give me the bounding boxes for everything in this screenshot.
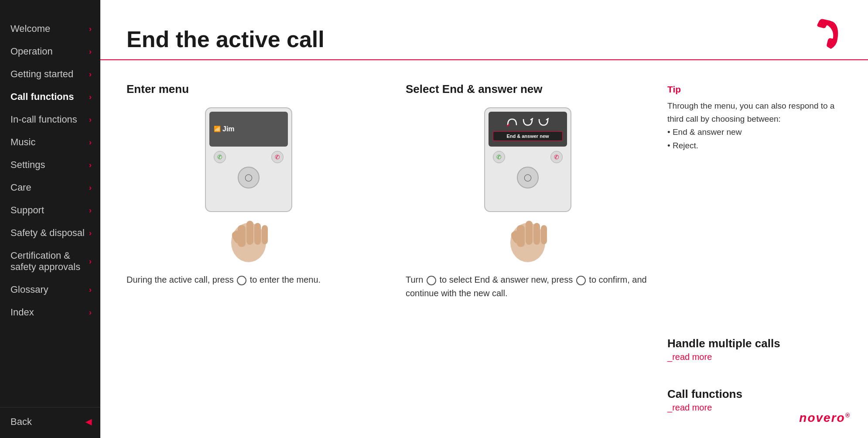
- sidebar-item-getting-started[interactable]: Getting started›: [0, 63, 100, 86]
- read-more-call-functions[interactable]: read more: [667, 403, 712, 412]
- sidebar-item-label: Getting started: [10, 68, 73, 80]
- read-more-handle-multiple[interactable]: read more: [667, 352, 712, 362]
- related-call-functions-title: Call functions: [667, 387, 842, 401]
- svg-rect-9: [533, 223, 540, 245]
- right-spacer: [667, 165, 842, 324]
- tip-bullet: End & answer new: [667, 126, 842, 139]
- step2-wheel-icon: [427, 276, 436, 285]
- step2-device: End & answer new ✆ ✆ ◯: [484, 107, 571, 212]
- sidebar-item-label: In-call functions: [10, 114, 77, 125]
- page-title: End the active call: [126, 26, 325, 52]
- sidebar-chevron-icon: ›: [89, 308, 92, 317]
- sidebar-chevron-icon: ›: [89, 206, 92, 215]
- step-enter-menu: Enter menu 📶 Jim ✆ ✆ ◯: [126, 82, 371, 425]
- svg-rect-4: [262, 225, 268, 244]
- sidebar-item-index[interactable]: Index›: [0, 301, 100, 324]
- step2-hand-icon: [493, 212, 563, 264]
- step2-nav-wheel: ◯: [489, 167, 567, 188]
- svg-rect-3: [254, 223, 261, 245]
- related-handle-title: Handle multiple calls: [667, 337, 842, 350]
- sidebar-item-label: Call functions: [10, 91, 74, 103]
- step1-screen: 📶 Jim: [209, 112, 288, 147]
- step1-desc-part2: to enter the menu.: [250, 275, 321, 284]
- sidebar-chevron-icon: ›: [89, 229, 92, 238]
- step1-description: During the active call, press to enter t…: [126, 273, 371, 287]
- step1-device-wrapper: 📶 Jim ✆ ✆ ◯: [126, 107, 371, 264]
- sidebar-item-label: Index: [10, 307, 34, 318]
- step2-desc-part1: Turn: [406, 275, 426, 284]
- sidebar-item-support[interactable]: Support›: [0, 199, 100, 222]
- sidebar-item-label: Glossary: [10, 284, 48, 295]
- sidebar-item-label: Welcome: [10, 23, 50, 34]
- step2-option-bar: End & answer new: [493, 131, 563, 141]
- step2-device-wrapper: End & answer new ✆ ✆ ◯: [406, 107, 650, 264]
- step-select-end: Select End & answer new End & answer new: [406, 82, 650, 425]
- step2-screen: End & answer new: [489, 112, 567, 147]
- page-header: End the active call: [100, 0, 868, 60]
- step2-desc-part2: to select End & answer new, press: [440, 275, 575, 284]
- sidebar-chevron-icon: ›: [89, 92, 92, 102]
- content-area: Enter menu 📶 Jim ✆ ✆ ◯: [100, 60, 868, 438]
- sidebar-item-glossary[interactable]: Glossary›: [0, 278, 100, 301]
- sidebar-chevron-icon: ›: [89, 257, 92, 266]
- step1-title: Enter menu: [126, 82, 371, 97]
- sidebar-item-label: Settings: [10, 159, 45, 171]
- step2-green-key: ✆: [493, 151, 505, 163]
- sidebar-item-call-functions[interactable]: Call functions›: [0, 86, 100, 108]
- step1-wheel: ◯: [238, 167, 260, 188]
- step1-desc-part1: During the active call, press: [126, 275, 236, 284]
- sidebar-item-safety-disposal[interactable]: Safety & disposal›: [0, 222, 100, 244]
- step1-screen-text: Jim: [222, 125, 235, 133]
- tip-label: Tip: [667, 82, 842, 97]
- tip-text: Through the menu, you can also respond t…: [667, 101, 834, 123]
- step1-red-key: ✆: [271, 151, 284, 163]
- sidebar-item-label: Music: [10, 137, 35, 148]
- step2-red-key: ✆: [550, 151, 563, 163]
- main-content: End the active call Enter menu 📶 Jim ✆: [100, 0, 868, 438]
- sidebar-chevron-icon: ›: [89, 70, 92, 79]
- tip-box: Tip Through the menu, you can also respo…: [667, 82, 842, 152]
- svg-rect-2: [246, 221, 253, 245]
- tip-bullets: End & answer newReject.: [667, 126, 842, 152]
- sidebar-item-settings[interactable]: Settings›: [0, 154, 100, 176]
- related-handle-multiple: Handle multiple calls read more: [667, 337, 842, 362]
- sidebar-item-label: Support: [10, 205, 44, 216]
- back-label: Back: [10, 416, 32, 428]
- step1-keys: ✆ ✆: [209, 149, 288, 165]
- sidebar-item-in-call-functions[interactable]: In-call functions›: [0, 108, 100, 131]
- sidebar-chevron-icon: ›: [89, 183, 92, 192]
- step2-title: Select End & answer new: [406, 82, 650, 97]
- sidebar-chevron-icon: ›: [89, 115, 92, 124]
- step2-confirm-icon: [576, 276, 586, 285]
- sidebar-item-label: Certification & safety approvals: [10, 250, 89, 273]
- svg-rect-8: [526, 221, 533, 245]
- step1-nav-icon: [237, 276, 246, 285]
- step1-hand-icon: [214, 212, 284, 264]
- brand-logo: novero: [799, 411, 851, 425]
- right-panel: Tip Through the menu, you can also respo…: [667, 82, 842, 425]
- sidebar-chevron-icon: ›: [89, 285, 92, 294]
- sidebar-item-label: Safety & disposal: [10, 227, 85, 239]
- svg-rect-10: [541, 225, 547, 244]
- sidebar-item-certification[interactable]: Certification & safety approvals›: [0, 244, 100, 278]
- step2-description: Turn to select End & answer new, press t…: [406, 273, 650, 300]
- step2-wheel: ◯: [517, 167, 539, 188]
- step1-green-key: ✆: [214, 151, 226, 163]
- related-call-functions: Call functions read more: [667, 387, 842, 413]
- phone-icon: [807, 17, 842, 52]
- steps-area: Enter menu 📶 Jim ✆ ✆ ◯: [126, 82, 650, 425]
- tip-content: Through the menu, you can also respond t…: [667, 99, 842, 153]
- back-chevron-icon: ◀: [85, 417, 92, 427]
- sidebar-chevron-icon: ›: [89, 138, 92, 147]
- sidebar-item-label: Care: [10, 182, 31, 193]
- sidebar-item-music[interactable]: Music›: [0, 131, 100, 154]
- step2-keys: ✆ ✆: [489, 149, 567, 165]
- step1-device: 📶 Jim ✆ ✆ ◯: [205, 107, 292, 212]
- sidebar-item-operation[interactable]: Operation›: [0, 40, 100, 63]
- sidebar-item-label: Operation: [10, 46, 53, 57]
- sidebar: Welcome›Operation›Getting started›Call f…: [0, 0, 100, 438]
- sidebar-item-welcome[interactable]: Welcome›: [0, 17, 100, 40]
- back-button[interactable]: Back ◀: [0, 407, 100, 438]
- sidebar-item-care[interactable]: Care›: [0, 176, 100, 199]
- step1-nav-wheel: ◯: [209, 167, 288, 188]
